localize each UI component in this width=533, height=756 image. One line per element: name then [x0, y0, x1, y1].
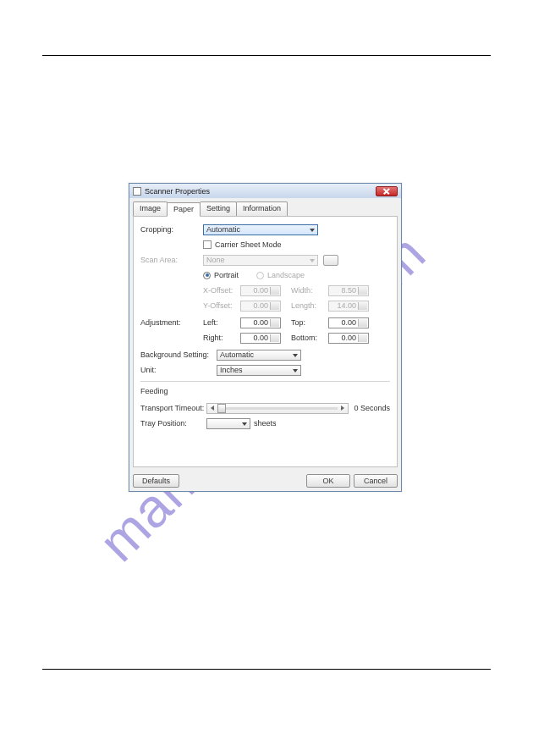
tray-combo[interactable] — [206, 418, 250, 429]
right-spin[interactable]: 0.00 — [240, 333, 281, 344]
yoffset-spin: 0.00 — [240, 301, 281, 312]
window-title: Scanner Properties — [145, 187, 376, 196]
left-label: Left: — [203, 318, 240, 327]
sheets-label: sheets — [254, 419, 277, 428]
width-spin: 8.50 — [328, 285, 369, 296]
scanarea-combo: None — [203, 255, 318, 266]
unit-label: Unit: — [140, 366, 217, 374]
right-label: Right: — [203, 334, 240, 342]
length-label: Length: — [291, 301, 328, 310]
app-icon — [133, 187, 141, 196]
portrait-radio[interactable] — [203, 272, 211, 279]
tab-image[interactable]: Image — [133, 201, 168, 216]
portrait-label: Portrait — [214, 271, 256, 279]
slider-thumb[interactable] — [217, 404, 226, 413]
scanarea-extra-button — [323, 255, 338, 266]
left-spin[interactable]: 0.00 — [240, 317, 281, 328]
page-top-rule — [42, 55, 491, 56]
tab-information[interactable]: Information — [236, 201, 288, 216]
chevron-left-icon[interactable] — [211, 406, 214, 411]
bottom-spin[interactable]: 0.00 — [328, 333, 369, 344]
yoffset-label: Y-Offset: — [203, 301, 240, 310]
feeding-title: Feeding — [140, 387, 390, 395]
tray-label: Tray Position: — [140, 419, 206, 428]
xoffset-label: X-Offset: — [203, 286, 240, 295]
bottom-label: Bottom: — [291, 334, 328, 342]
top-spin[interactable]: 0.00 — [328, 317, 369, 328]
background-combo[interactable]: Automatic — [217, 350, 301, 361]
landscape-radio — [256, 272, 264, 279]
carrier-sheet-checkbox[interactable] — [203, 240, 212, 249]
scanarea-label: Scan Area: — [140, 256, 203, 264]
top-label: Top: — [291, 318, 328, 327]
defaults-button[interactable]: Defaults — [133, 474, 179, 488]
cropping-label: Cropping: — [140, 225, 203, 234]
tabstrip: Image Paper Setting Information — [129, 198, 401, 216]
cancel-button[interactable]: Cancel — [354, 474, 398, 488]
timeout-label: Transport Timeout: — [140, 404, 206, 412]
tab-setting[interactable]: Setting — [200, 201, 237, 216]
feeding-group: Feeding Transport Timeout: 0 Seconds Tra… — [140, 381, 390, 429]
scanner-properties-dialog: Scanner Properties Image Paper Setting I… — [129, 183, 402, 492]
xoffset-spin: 0.00 — [240, 285, 281, 296]
close-icon[interactable] — [376, 186, 398, 196]
width-label: Width: — [291, 286, 328, 295]
landscape-label: Landscape — [267, 271, 305, 279]
length-spin: 14.00 — [328, 301, 369, 312]
adjustment-label: Adjustment: — [140, 318, 203, 327]
timeout-slider[interactable] — [206, 403, 349, 414]
ok-button[interactable]: OK — [306, 474, 350, 488]
paper-panel: Cropping: Automatic Carrier Sheet Mode S… — [133, 216, 398, 467]
titlebar[interactable]: Scanner Properties — [129, 184, 401, 198]
background-label: Background Setting: — [140, 350, 217, 359]
page-bottom-rule — [42, 669, 491, 670]
chevron-right-icon[interactable] — [341, 406, 344, 411]
button-bar: Defaults OK Cancel — [129, 471, 401, 491]
tab-paper[interactable]: Paper — [167, 202, 201, 217]
timeout-value: 0 Seconds — [354, 404, 390, 412]
cropping-combo[interactable]: Automatic — [203, 224, 318, 235]
unit-combo[interactable]: Inches — [217, 365, 301, 376]
carrier-sheet-label: Carrier Sheet Mode — [215, 240, 282, 249]
